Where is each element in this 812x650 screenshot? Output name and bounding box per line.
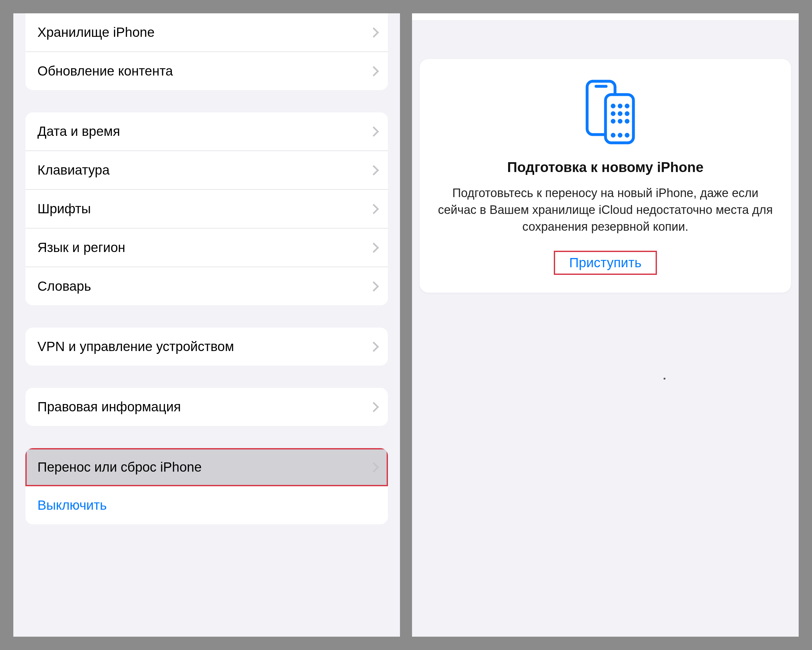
chevron-right-icon: [370, 462, 376, 472]
row-transfer-reset[interactable]: Перенос или сброс iPhone: [25, 448, 388, 486]
row-label: Словарь: [37, 279, 364, 294]
row-content-refresh[interactable]: Обновление контента: [25, 51, 388, 90]
stray-dot: [664, 378, 665, 379]
row-label: Шрифты: [37, 201, 364, 216]
devices-transfer-icon: [437, 78, 773, 145]
row-keyboard[interactable]: Клавиатура: [25, 150, 388, 189]
svg-point-8: [625, 112, 629, 116]
row-dictionary[interactable]: Словарь: [25, 267, 388, 305]
nav-bar-fragment: [412, 13, 799, 21]
row-label: Перенос или сброс iPhone: [37, 460, 364, 475]
chevron-right-icon: [370, 127, 376, 136]
svg-point-14: [625, 133, 629, 138]
row-label: Правовая информация: [37, 399, 364, 414]
chevron-right-icon: [370, 165, 376, 175]
row-date-time[interactable]: Дата и время: [25, 112, 388, 150]
settings-group-transfer: Перенос или сброс iPhone Выключить: [25, 448, 388, 524]
settings-group-general-2: Дата и время Клавиатура Шрифты Язык и ре…: [25, 112, 388, 305]
card-title: Подготовка к новому iPhone: [437, 159, 773, 175]
right-content: Подготовка к новому iPhone Подготовьтесь…: [412, 13, 799, 293]
row-label: Обновление контента: [37, 63, 364, 79]
settings-group-vpn: VPN и управление устройством: [25, 327, 388, 366]
get-started-button[interactable]: Приступить: [554, 251, 656, 275]
row-label: Дата и время: [37, 124, 364, 139]
row-legal[interactable]: Правовая информация: [25, 388, 388, 426]
svg-point-6: [611, 112, 615, 116]
settings-group-legal: Правовая информация: [25, 388, 388, 426]
row-label: Клавиатура: [37, 162, 364, 178]
chevron-right-icon: [370, 342, 376, 351]
phone-settings: Хранилище iPhone Обновление контента Дат…: [13, 13, 400, 637]
chevron-right-icon: [370, 28, 376, 37]
row-language-region[interactable]: Язык и регион: [25, 228, 388, 267]
comparison-stage: Хранилище iPhone Обновление контента Дат…: [0, 0, 812, 650]
chevron-right-icon: [370, 402, 376, 411]
row-shutdown[interactable]: Выключить: [25, 486, 388, 524]
row-storage[interactable]: Хранилище iPhone: [25, 13, 388, 51]
svg-point-3: [611, 104, 615, 108]
svg-point-11: [625, 119, 629, 124]
svg-point-13: [618, 133, 622, 138]
row-vpn-device-mgmt[interactable]: VPN и управление устройством: [25, 327, 388, 366]
chevron-right-icon: [370, 281, 376, 291]
chevron-right-icon: [370, 204, 376, 214]
prepare-new-iphone-card: Подготовка к новому iPhone Подготовьтесь…: [420, 59, 791, 293]
svg-point-7: [618, 112, 622, 116]
svg-point-12: [611, 133, 615, 138]
row-label: Язык и регион: [37, 240, 364, 255]
svg-point-10: [618, 119, 622, 124]
settings-group-general-1: Хранилище iPhone Обновление контента: [25, 13, 388, 90]
row-label: Выключить: [37, 498, 107, 512]
cta-wrap: Приступить: [437, 251, 773, 275]
row-label: Хранилище iPhone: [37, 25, 364, 40]
row-label: VPN и управление устройством: [37, 339, 364, 354]
card-description: Подготовьтесь к переносу на новый iPhone…: [437, 185, 773, 236]
chevron-right-icon: [370, 243, 376, 252]
chevron-right-icon: [370, 66, 376, 76]
row-fonts[interactable]: Шрифты: [25, 189, 388, 228]
svg-point-4: [618, 104, 622, 108]
phone-transfer-reset: Подготовка к новому iPhone Подготовьтесь…: [412, 13, 799, 637]
svg-point-5: [625, 104, 629, 108]
svg-point-9: [611, 119, 615, 124]
